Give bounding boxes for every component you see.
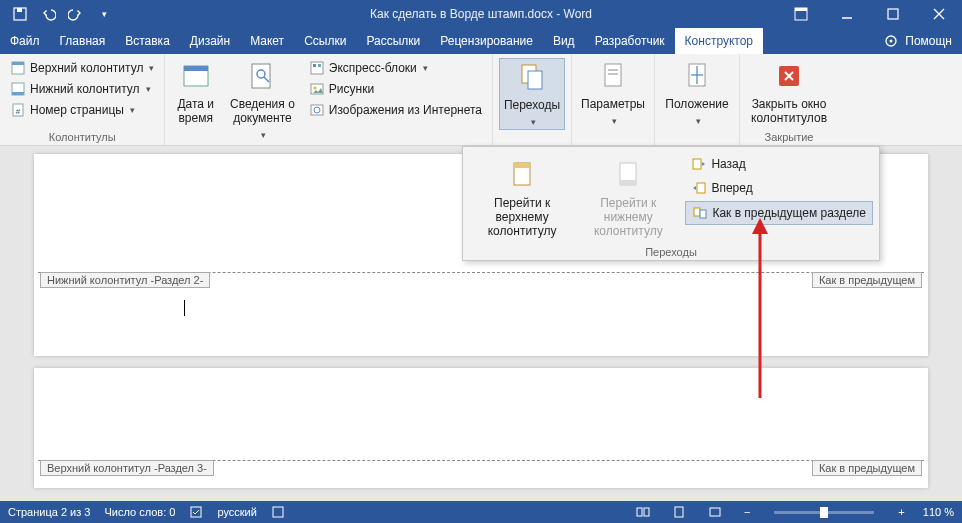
save-button[interactable] bbox=[6, 0, 34, 28]
view-print-button[interactable] bbox=[668, 501, 690, 523]
svg-rect-13 bbox=[12, 92, 24, 95]
tab-insert[interactable]: Вставка bbox=[115, 28, 180, 54]
svg-rect-22 bbox=[313, 64, 316, 67]
qat-customize-button[interactable]: ▾ bbox=[90, 0, 118, 28]
nav-forward-button[interactable]: Вперед bbox=[685, 177, 873, 199]
pagenum-button[interactable]: #Номер страницы▾ bbox=[6, 100, 158, 120]
tab-references[interactable]: Ссылки bbox=[294, 28, 356, 54]
group-position: Положение▾ bbox=[655, 54, 740, 145]
tab-review[interactable]: Рецензирование bbox=[430, 28, 543, 54]
status-proofing-icon[interactable] bbox=[189, 505, 203, 519]
svg-marker-48 bbox=[752, 218, 768, 234]
position-button[interactable]: Положение▾ bbox=[661, 58, 733, 128]
nav-back-button[interactable]: Назад bbox=[685, 153, 873, 175]
docinfo-button[interactable]: Сведения о документе▾ bbox=[224, 58, 301, 142]
tab-design[interactable]: Дизайн bbox=[180, 28, 240, 54]
svg-rect-17 bbox=[184, 66, 208, 71]
svg-rect-45 bbox=[694, 208, 700, 216]
onlinepics-button[interactable]: Изображения из Интернета bbox=[305, 100, 486, 120]
group-close: Закрыть окно колонтитулов Закрытие bbox=[740, 54, 838, 145]
tab-constructor[interactable]: Конструктор bbox=[675, 28, 763, 54]
svg-rect-52 bbox=[644, 508, 649, 516]
svg-rect-44 bbox=[697, 183, 705, 193]
annotation-arrow bbox=[745, 218, 775, 418]
status-bar: Страница 2 из 3 Число слов: 0 русский − … bbox=[0, 501, 962, 523]
popup-label: Переходы bbox=[469, 246, 873, 258]
ribbon-display-button[interactable] bbox=[778, 0, 824, 28]
svg-rect-50 bbox=[273, 507, 283, 517]
svg-rect-23 bbox=[318, 64, 321, 67]
group-parameters: Параметры▾ bbox=[572, 54, 655, 145]
goto-footer-button: Перейти к нижнему колонтитулу bbox=[575, 153, 681, 240]
tab-view[interactable]: Вид bbox=[543, 28, 585, 54]
tab-mailings[interactable]: Рассылки bbox=[356, 28, 430, 54]
svg-rect-21 bbox=[311, 62, 323, 74]
svg-rect-30 bbox=[605, 64, 621, 86]
maximize-button[interactable] bbox=[870, 0, 916, 28]
help-tell-me[interactable]: Помощн bbox=[873, 28, 962, 54]
title-bar: ▾ Как сделать в Ворде штамп.docx - Word bbox=[0, 0, 962, 28]
group-headerfooter: Верхний колонтитул▾ Нижний колонтитул▾ #… bbox=[0, 54, 165, 145]
like-previous-tag-2: Как в предыдущем bbox=[812, 460, 922, 476]
page-3[interactable]: Верхний колонтитул -Раздел 3- Как в пред… bbox=[34, 368, 928, 488]
window-title: Как сделать в Ворде штамп.docx - Word bbox=[370, 7, 592, 21]
ribbon: Верхний колонтитул▾ Нижний колонтитул▾ #… bbox=[0, 54, 962, 146]
help-label: Помощн bbox=[905, 34, 952, 48]
svg-rect-54 bbox=[710, 508, 720, 516]
group-insert: Дата и время Сведения о документе▾ Экспр… bbox=[165, 54, 493, 145]
tab-developer[interactable]: Разработчик bbox=[585, 28, 675, 54]
svg-rect-49 bbox=[191, 507, 201, 517]
undo-button[interactable] bbox=[34, 0, 62, 28]
tab-home[interactable]: Главная bbox=[50, 28, 116, 54]
close-hf-button[interactable]: Закрыть окно колонтитулов bbox=[746, 58, 832, 128]
header-button[interactable]: Верхний колонтитул▾ bbox=[6, 58, 158, 78]
header-tag: Верхний колонтитул -Раздел 3- bbox=[40, 460, 214, 476]
redo-button[interactable] bbox=[62, 0, 90, 28]
like-previous-tag-1: Как в предыдущем bbox=[812, 272, 922, 288]
svg-point-25 bbox=[313, 87, 316, 90]
zoom-in-button[interactable]: + bbox=[894, 506, 908, 518]
status-words[interactable]: Число слов: 0 bbox=[104, 506, 175, 518]
transitions-button[interactable]: Переходы▾ bbox=[499, 58, 565, 130]
minimize-button[interactable] bbox=[824, 0, 870, 28]
tab-file[interactable]: Файл bbox=[0, 28, 50, 54]
svg-rect-1 bbox=[17, 8, 22, 12]
svg-rect-5 bbox=[888, 9, 898, 19]
ribbon-tabs: Файл Главная Вставка Дизайн Макет Ссылки… bbox=[0, 28, 962, 54]
svg-rect-43 bbox=[693, 159, 701, 169]
link-to-previous-button[interactable]: Как в предыдущем разделе bbox=[685, 201, 873, 225]
group-label-close: Закрытие bbox=[746, 129, 832, 143]
status-page[interactable]: Страница 2 из 3 bbox=[8, 506, 90, 518]
goto-header-button[interactable]: Перейти к верхнему колонтитулу bbox=[469, 153, 575, 240]
svg-rect-40 bbox=[514, 163, 530, 168]
zoom-value[interactable]: 110 % bbox=[923, 506, 954, 518]
close-button[interactable] bbox=[916, 0, 962, 28]
view-read-button[interactable] bbox=[632, 501, 654, 523]
svg-text:#: # bbox=[16, 107, 21, 116]
svg-rect-46 bbox=[700, 210, 706, 218]
quickparts-button[interactable]: Экспресс-блоки▾ bbox=[305, 58, 486, 78]
footer-button[interactable]: Нижний колонтитул▾ bbox=[6, 79, 158, 99]
svg-rect-3 bbox=[795, 8, 807, 11]
svg-point-9 bbox=[890, 40, 893, 43]
tab-layout[interactable]: Макет bbox=[240, 28, 294, 54]
svg-rect-29 bbox=[528, 71, 542, 89]
footer-tag: Нижний колонтитул -Раздел 2- bbox=[40, 272, 210, 288]
svg-rect-53 bbox=[675, 507, 683, 517]
pictures-button[interactable]: Рисунки bbox=[305, 79, 486, 99]
svg-rect-11 bbox=[12, 62, 24, 65]
datetime-button[interactable]: Дата и время bbox=[171, 58, 220, 128]
svg-rect-51 bbox=[637, 508, 642, 516]
status-macro-icon[interactable] bbox=[271, 505, 285, 519]
svg-rect-18 bbox=[252, 64, 270, 88]
group-transitions: Переходы▾ bbox=[493, 54, 572, 145]
status-language[interactable]: русский bbox=[217, 506, 256, 518]
zoom-slider[interactable] bbox=[774, 511, 874, 514]
view-web-button[interactable] bbox=[704, 501, 726, 523]
text-cursor bbox=[184, 300, 185, 316]
svg-rect-42 bbox=[620, 180, 636, 185]
transitions-popup: Перейти к верхнему колонтитулу Перейти к… bbox=[462, 146, 880, 261]
parameters-button[interactable]: Параметры▾ bbox=[578, 58, 648, 128]
zoom-out-button[interactable]: − bbox=[740, 506, 754, 518]
group-label-headerfooter: Колонтитулы bbox=[6, 129, 158, 143]
